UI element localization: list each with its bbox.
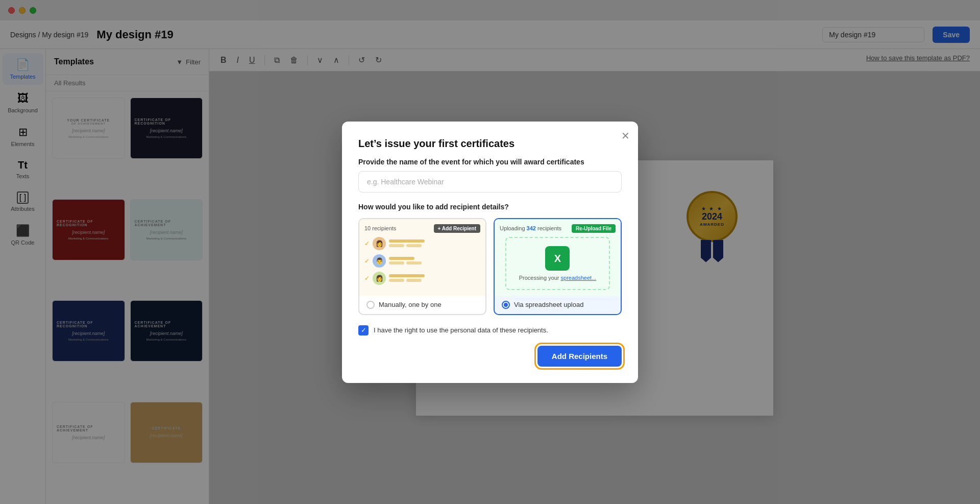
bar [389,274,425,277]
bar-sm [389,244,404,247]
spreadsheet-option-text: Via spreadsheet upload [514,301,583,308]
re-upload-btn[interactable]: Re-Upload File [572,224,616,233]
manual-row: ✓ 👩 [364,272,480,285]
spreadsheet-link[interactable]: spreadsheet... [561,275,597,281]
bar-sm [389,261,404,265]
bar-sm [406,244,422,247]
spreadsheet-file-preview: X Processing your spreadsheet... [500,237,616,291]
modal-recipient-question: How would you like to add recipient deta… [358,203,622,211]
spreadsheet-preview: Uploading 342 recipients Re-Upload File … [495,219,621,296]
bar [389,257,414,260]
bar-sm [406,261,422,265]
modal-title: Let’s issue your first certificates [358,138,622,150]
event-name-input[interactable] [358,171,622,193]
option-cards: 10 recipients + Add Recipient ✓ 👩 [358,218,622,315]
excel-icon: X [545,246,570,271]
manual-preview: 10 recipients + Add Recipient ✓ 👩 [359,219,485,296]
option-card-spreadsheet[interactable]: Uploading 342 recipients Re-Upload File … [494,218,622,315]
spreadsheet-label[interactable]: Via spreadsheet upload [495,296,621,314]
manual-row: ✓ 👩 [364,237,480,250]
avatar: 👩 [373,237,386,250]
avatar: 👩 [373,272,386,285]
manual-option-text: Manually, one by one [379,301,442,308]
modal-event-label: Provide the name of the event for which … [358,158,622,166]
uploading-text: Uploading 342 recipients [500,225,561,231]
modal-close-button[interactable]: ✕ [621,130,630,142]
bar-sm [389,279,404,282]
add-recipients-button[interactable]: Add Recipients [537,346,622,367]
processing-text: Processing your spreadsheet... [519,275,597,281]
manual-label[interactable]: Manually, one by one [359,296,485,314]
manual-row: ✓ 👨 [364,254,480,268]
bar-sm [406,279,422,282]
check-icon: ✓ [364,257,370,265]
manual-header: 10 recipients + Add Recipient [364,224,480,233]
row-bars [389,239,480,247]
add-recipient-btn[interactable]: + Add Recipient [434,224,480,233]
row-bars [389,257,480,265]
option-card-manual[interactable]: 10 recipients + Add Recipient ✓ 👩 [358,218,486,315]
consent-text: I have the right to use the personal dat… [374,326,548,334]
avatar: 👨 [373,254,386,268]
radio-spreadsheet [502,301,510,309]
check-icon: ✓ [364,275,370,282]
modal: ✕ Let’s issue your first certificates Pr… [342,122,638,383]
spreadsheet-header: Uploading 342 recipients Re-Upload File [500,224,616,233]
bar [389,239,425,243]
radio-manual [366,301,375,309]
spreadsheet-box: X Processing your spreadsheet... [505,237,609,290]
manual-count: 10 recipients [364,225,396,231]
modal-overlay: ✕ Let’s issue your first certificates Pr… [0,0,980,504]
consent-checkbox[interactable]: ✓ [358,325,369,335]
check-icon: ✓ [364,240,370,247]
radio-inner [504,303,508,307]
upload-count: 342 [527,225,536,231]
manual-rows: ✓ 👩 ✓ 👨 [364,237,480,285]
row-bars [389,274,480,282]
consent-row: ✓ I have the right to use the personal d… [358,325,622,335]
